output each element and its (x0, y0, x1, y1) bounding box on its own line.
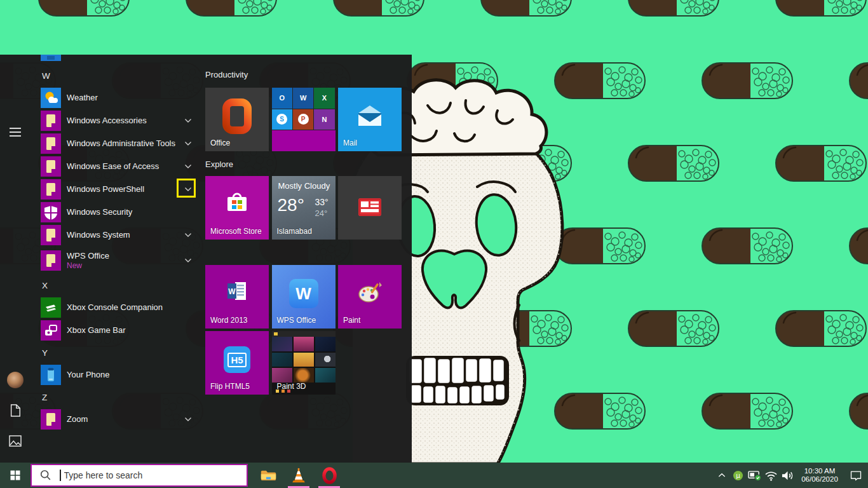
app-list-letter-z[interactable]: Z (31, 386, 201, 408)
powershell-chevron-highlight-box (177, 179, 196, 198)
folder-app-icon (41, 409, 61, 430)
taskbar-opera-button[interactable] (314, 463, 344, 488)
start-button[interactable] (0, 463, 31, 488)
taskbar-vlc-button[interactable] (283, 463, 314, 488)
hamburger-icon (10, 128, 21, 137)
paint-palette-icon (357, 281, 383, 304)
volume-button[interactable] (779, 463, 796, 488)
pill-illustration (848, 61, 868, 100)
search-input[interactable] (63, 470, 247, 481)
app-list-item-windows-accessories[interactable]: Windows Accessories (31, 109, 201, 132)
taskbar-search[interactable] (31, 464, 248, 487)
expand-chevron-icon[interactable] (184, 417, 192, 422)
search-icon (39, 469, 52, 482)
gamebar-app-icon (41, 320, 61, 341)
app-label: Xbox Game Bar (67, 325, 126, 335)
tile-word-2013[interactable]: WWord 2013 (205, 265, 269, 329)
tile-label: Word 2013 (210, 316, 247, 325)
expand-chevron-icon[interactable] (184, 118, 192, 123)
flip-html5-icon: H5 (224, 346, 250, 373)
tile-microsoft-store[interactable]: Microsoft Store (205, 176, 269, 240)
folder-app-icon (41, 225, 61, 245)
action-center-icon (850, 469, 862, 482)
expand-chevron-icon[interactable] (184, 258, 192, 263)
app-list-item-windows-powershell[interactable]: Windows PowerShell (31, 178, 201, 201)
monitor-shield-icon (747, 470, 762, 482)
pill-illustration (775, 144, 867, 183)
rail-menu-button[interactable] (0, 117, 31, 147)
taskbar-file-explorer-button[interactable] (253, 463, 283, 488)
tile-group[interactable]: OWXSPN (272, 88, 336, 151)
windows-logo-icon (10, 470, 21, 481)
app-list-item-xbox-console-companion[interactable]: Xbox Console Companion (31, 296, 201, 319)
app-list-item-windows-system[interactable]: Windows System (31, 224, 201, 247)
start-menu: WWeatherWindows AccessoriesWindows Admin… (0, 55, 412, 463)
tile-news[interactable] (338, 176, 402, 240)
tile-area: ProductivityOfficeOWXSPNMailExploreMicro… (205, 55, 410, 463)
action-center-button[interactable] (844, 463, 868, 488)
app-list-item-windows-ease-of-access[interactable]: Windows Ease of Access (31, 155, 201, 178)
taskbar-clock[interactable]: 10:30 AM 06/06/2020 (796, 467, 844, 484)
app-label: Zoom (67, 414, 88, 424)
pill-illustration (185, 0, 278, 18)
app-list-letter-x[interactable]: X (31, 274, 201, 296)
app-list: WWeatherWindows AccessoriesWindows Admin… (31, 65, 201, 431)
folder-app-icon (41, 179, 61, 200)
wifi-button[interactable] (763, 463, 779, 488)
tile-label: Office (210, 139, 230, 147)
tray-chevron-up-button[interactable] (714, 463, 729, 488)
tile-paint-3d[interactable]: Paint 3D (272, 331, 336, 395)
expand-chevron-icon[interactable] (184, 164, 192, 169)
pill-illustration (627, 0, 720, 18)
pill-illustration (701, 391, 794, 431)
app-list-letter-y[interactable]: Y (31, 342, 201, 363)
wps-office-icon: W (289, 279, 318, 308)
tile-group-title[interactable]: Explore (205, 159, 233, 169)
rail-user-button[interactable] (0, 365, 31, 395)
app-list-item-windows-security[interactable]: Windows Security (31, 201, 201, 224)
tile-label: Paint (343, 316, 360, 325)
file-explorer-icon (260, 468, 277, 483)
tile-paint[interactable]: Paint (338, 265, 402, 329)
pill-illustration (627, 309, 720, 348)
phone-app-icon (41, 365, 61, 385)
app-list-item-xbox-game-bar[interactable]: Xbox Game Bar (31, 319, 201, 342)
weather-low-temp: 24° (315, 208, 328, 218)
app-list-item-wps-office[interactable]: WPS OfficeNew (31, 247, 201, 274)
tile-mail[interactable]: Mail (338, 88, 402, 151)
app-list-item-windows-administrative-tools[interactable]: Windows Administrative Tools (31, 132, 201, 155)
tile-office[interactable]: Office (205, 88, 269, 151)
tile-islamabad[interactable]: Mostly Cloudy 28° 33° 24°Islamabad (272, 176, 336, 240)
weather-app-icon (41, 88, 61, 108)
volume-icon (781, 470, 794, 482)
rail-documents-button[interactable] (0, 395, 31, 426)
svg-text:µ: µ (736, 471, 740, 479)
tile-wps-office[interactable]: WWPS Office (272, 265, 336, 329)
tile-group-title[interactable]: Productivity (205, 70, 248, 79)
mini-tile-O: O (272, 88, 292, 109)
rail-pictures-button[interactable] (0, 426, 31, 456)
app-list-item-weather[interactable]: Weather (31, 86, 201, 109)
app-list-item-your-phone[interactable]: Your Phone (31, 363, 201, 386)
text-cursor (60, 470, 61, 481)
office-app-group: OWXSPN (272, 88, 336, 130)
app-list-item-zoom[interactable]: Zoom (31, 408, 201, 431)
clock-time: 10:30 AM (796, 467, 844, 475)
utorrent-tray-button[interactable]: µ (729, 463, 746, 488)
tile-flip-html5[interactable]: H5Flip HTML5 (205, 331, 269, 395)
system-tray: µ 10:30 AM 06/06/2020 (714, 463, 868, 488)
new-badge: New (67, 261, 109, 270)
monitor-status-button[interactable] (746, 463, 763, 488)
paint3d-titlebar (272, 331, 336, 337)
folder-app-icon (41, 156, 61, 177)
tile-label: Microsoft Store (210, 227, 262, 236)
expand-chevron-icon[interactable] (184, 141, 192, 146)
document-icon (9, 403, 22, 417)
mini-tile-N: N (314, 109, 334, 130)
shield-app-icon (41, 202, 61, 222)
utorrent-icon: µ (733, 470, 743, 481)
clock-date: 06/06/2020 (796, 475, 844, 484)
wifi-icon (764, 470, 778, 481)
expand-chevron-icon[interactable] (184, 233, 192, 238)
app-list-letter-w[interactable]: W (31, 65, 201, 86)
